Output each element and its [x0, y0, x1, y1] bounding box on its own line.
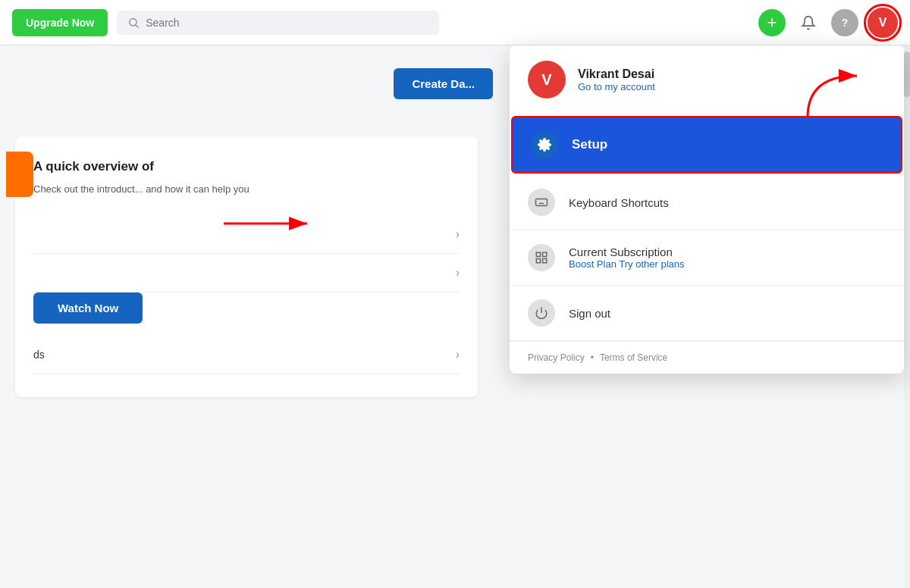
search-input[interactable] — [146, 17, 428, 29]
list-item[interactable]: › — [33, 215, 460, 254]
question-icon: ? — [842, 17, 849, 29]
subscription-icon-container — [528, 244, 555, 271]
scrollbar-thumb — [904, 52, 910, 97]
main-content: Create Da... A quick overview of Check o… — [0, 45, 910, 588]
svg-point-0 — [130, 18, 136, 25]
dropdown-item-keyboard[interactable]: Keyboard Shortcuts — [510, 175, 904, 230]
dropdown-item-subscription[interactable]: Current Subscription Boost Plan Try othe… — [510, 230, 904, 286]
svg-line-1 — [136, 25, 139, 28]
notifications-button[interactable] — [795, 9, 822, 36]
list-item[interactable]: › — [33, 254, 460, 292]
go-to-account-link[interactable]: Go to my account — [578, 81, 655, 92]
power-icon — [535, 306, 548, 320]
current-subscription-label: Current Subscription — [569, 246, 685, 258]
create-dashboard-button[interactable]: Create Da... — [394, 68, 493, 99]
privacy-policy-link[interactable]: Privacy Policy — [528, 352, 585, 363]
keyboard-icon-container — [528, 189, 555, 216]
dropdown-user-info: Vikrant Desai Go to my account — [578, 67, 655, 92]
subscription-sublabel: Boost Plan Try other plans — [569, 258, 685, 270]
footer-dot: • — [591, 352, 594, 363]
search-icon — [127, 17, 140, 29]
overview-title: A quick overview of — [33, 159, 460, 174]
scrollbar[interactable] — [904, 45, 910, 588]
avatar-letter: V — [879, 16, 887, 30]
left-panel: Create Da... A quick overview of Check o… — [0, 45, 493, 588]
setup-icon-container — [531, 131, 558, 158]
chevron-right-icon: › — [456, 266, 460, 280]
search-bar — [117, 11, 439, 35]
chevron-right-icon: › — [456, 348, 460, 361]
gear-icon — [537, 137, 552, 152]
signout-label: Sign out — [569, 307, 610, 320]
keyboard-shortcuts-label: Keyboard Shortcuts — [569, 196, 669, 209]
add-button[interactable]: + — [758, 9, 786, 36]
keyboard-icon — [535, 195, 548, 209]
svg-rect-2 — [536, 199, 548, 206]
user-dropdown-menu: V Vikrant Desai Go to my account Setup — [510, 45, 904, 374]
dropdown-avatar: V — [528, 61, 566, 99]
dropdown-user-name: Vikrant Desai — [578, 67, 655, 81]
list-item[interactable]: ds › — [33, 336, 460, 374]
terms-of-service-link[interactable]: Terms of Service — [600, 352, 667, 363]
setup-label: Setup — [572, 137, 607, 152]
svg-rect-3 — [536, 252, 540, 256]
overview-card: A quick overview of Check out the introd… — [15, 136, 478, 397]
try-other-plans-link[interactable]: Try other plans — [619, 258, 684, 270]
signout-icon-container — [528, 299, 555, 327]
svg-rect-4 — [543, 252, 547, 256]
card-accent — [6, 152, 33, 197]
list-item-label: ds — [33, 349, 45, 361]
svg-rect-6 — [543, 259, 547, 263]
plus-icon: + — [767, 13, 777, 33]
user-avatar-button[interactable]: V — [868, 8, 898, 38]
chevron-right-icon: › — [456, 227, 460, 241]
watch-now-button[interactable]: Watch Now — [33, 292, 143, 324]
subscription-info: Current Subscription Boost Plan Try othe… — [569, 246, 685, 270]
top-navigation: Upgrade Now + ? V — [0, 0, 910, 45]
dropdown-item-signout[interactable]: Sign out — [510, 286, 904, 341]
dropdown-footer: Privacy Policy • Terms of Service — [510, 341, 904, 374]
svg-rect-5 — [536, 259, 540, 263]
boost-plan-link[interactable]: Boost Plan — [569, 258, 617, 270]
dropdown-item-setup[interactable]: Setup — [511, 116, 902, 174]
bell-icon — [801, 15, 816, 30]
dropdown-header: V Vikrant Desai Go to my account — [510, 45, 904, 114]
overview-desc: Check out the introduct... and how it ca… — [33, 182, 460, 197]
upgrade-now-button[interactable]: Upgrade Now — [12, 9, 108, 36]
help-button[interactable]: ? — [831, 9, 858, 36]
subscription-icon — [535, 251, 548, 264]
